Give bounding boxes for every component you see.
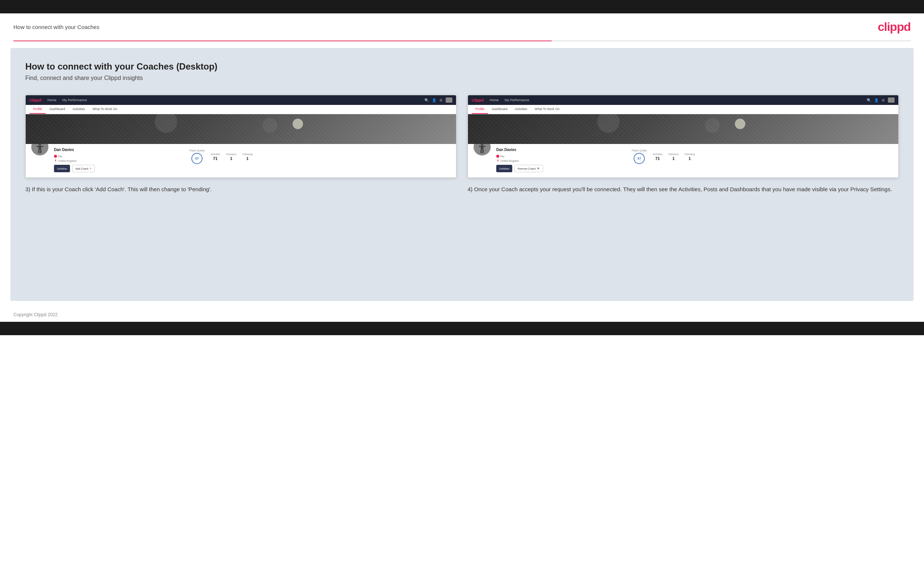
mock-pro-badge-left: Pro <box>54 155 62 158</box>
mock-nav-right: clippd Home My Performance 🔍 👤 ⚙ <box>468 95 898 105</box>
tab-profile-left[interactable]: Profile <box>29 105 46 114</box>
page-title: How to connect with your Coaches <box>13 24 99 30</box>
unfollow-button-right[interactable]: Unfollow <box>496 165 512 172</box>
section-subtitle: Find, connect and share your Clippd insi… <box>25 75 899 81</box>
main-content: How to connect with your Coaches (Deskto… <box>10 48 914 301</box>
activities-value-left: 71 <box>210 156 220 161</box>
banner-overlay-right <box>468 114 898 144</box>
mock-stat-following-right: Following 1 <box>685 153 695 161</box>
tab-whattowrkon-left[interactable]: What To Work On <box>89 105 121 114</box>
x-icon-right: ✕ <box>537 167 540 170</box>
user-icon-right: 👤 <box>874 98 879 102</box>
mock-tabs-left: Profile Dashboard Activities What To Wor… <box>26 105 456 114</box>
mock-screenshot-left: clippd Home My Performance 🔍 👤 ⚙ Profile… <box>25 95 456 178</box>
mock-player-name-left: Dan Davies <box>54 148 185 152</box>
mock-nav-home-left: Home <box>47 98 56 102</box>
activities-label-left: Activities <box>210 153 220 155</box>
mock-banner-left <box>26 114 456 144</box>
quality-circle-left: 97 <box>191 153 202 164</box>
tab-profile-right[interactable]: Profile <box>472 105 488 114</box>
mock-buttons-left: Unfollow Add Coach + <box>54 165 185 172</box>
mock-nav-left: clippd Home My Performance 🔍 👤 ⚙ <box>26 95 456 105</box>
quality-label-right: Player Quality <box>632 149 647 152</box>
avatar-icon-right <box>888 97 895 103</box>
copyright-text: Copyright Clippd 2022 <box>13 312 58 318</box>
tab-activities-right[interactable]: Activities <box>511 105 531 114</box>
header-divider <box>13 40 911 41</box>
tab-dashboard-left[interactable]: Dashboard <box>46 105 69 114</box>
followers-value-right: 1 <box>668 156 678 161</box>
settings-icon-right: ⚙ <box>882 98 885 102</box>
quality-circle-right: 97 <box>633 153 645 164</box>
top-bar <box>0 0 924 13</box>
mock-banner-right <box>468 114 898 144</box>
mock-stats-right: Player Quality 97 Activities 71 Follower… <box>632 149 894 164</box>
svg-rect-7 <box>479 146 485 147</box>
bottom-bar <box>0 322 924 335</box>
avatar-icon-left <box>446 97 452 103</box>
search-icon-right: 🔍 <box>867 98 871 102</box>
description-right: 4) Once your Coach accepts your request … <box>468 185 899 194</box>
mock-player-quality-right: Player Quality 97 <box>632 149 647 164</box>
plus-icon-left: + <box>90 167 92 170</box>
following-label-right: Following <box>685 153 695 155</box>
mock-nav-myperformance-left: My Performance <box>62 98 87 102</box>
pro-icon-left <box>54 155 57 158</box>
mock-nav-myperformance-right: My Performance <box>504 98 529 102</box>
mock-stat-activities-right: Activities 71 <box>653 153 662 161</box>
followers-label-left: Followers <box>226 153 236 155</box>
tab-whattowrkon-right[interactable]: What To Work On <box>531 105 563 114</box>
description-left: 3) If this is your Coach click 'Add Coac… <box>25 185 456 194</box>
banner-moon-left <box>292 119 303 129</box>
following-value-right: 1 <box>685 156 695 161</box>
pro-label-right: Pro <box>500 155 504 158</box>
pro-label-left: Pro <box>58 155 62 158</box>
mock-profile-info-right: Dan Davies Pro 📍 United Kingdom Unfollow… <box>496 148 627 172</box>
mock-location-left: 📍 United Kingdom <box>54 160 185 163</box>
settings-icon-left: ⚙ <box>439 98 443 102</box>
footer: Copyright Clippd 2022 <box>0 308 924 322</box>
mock-profile-info-left: Dan Davies Pro 📍 United Kingdom Unfollow… <box>54 148 185 172</box>
mock-buttons-right: Unfollow Remove Coach ✕ <box>496 165 627 172</box>
remove-coach-button-right[interactable]: Remove Coach ✕ <box>514 165 543 172</box>
svg-rect-4 <box>40 150 42 153</box>
quality-label-left: Player Quality <box>189 149 204 152</box>
following-label-left: Following <box>242 153 252 155</box>
section-title: How to connect with your Coaches (Deskto… <box>25 61 899 72</box>
pro-icon-right <box>496 155 499 158</box>
following-value-left: 1 <box>242 156 252 161</box>
mock-player-name-right: Dan Davies <box>496 148 627 152</box>
mock-nav-home-right: Home <box>489 98 499 102</box>
mock-stat-followers-left: Followers 1 <box>226 153 236 161</box>
mock-player-quality-left: Player Quality 97 <box>189 149 204 164</box>
svg-rect-2 <box>37 146 43 147</box>
banner-shape-2 <box>262 118 277 133</box>
two-column-layout: clippd Home My Performance 🔍 👤 ⚙ Profile… <box>25 95 899 194</box>
mock-logo-right: clippd <box>472 98 484 102</box>
svg-rect-8 <box>481 150 482 153</box>
mock-profile-row-right: Dan Davies Pro 📍 United Kingdom Unfollow… <box>468 144 898 177</box>
mock-stats-left: Player Quality 97 Activities 71 Follower… <box>189 149 452 164</box>
left-column: clippd Home My Performance 🔍 👤 ⚙ Profile… <box>25 95 456 194</box>
mock-tabs-right: Profile Dashboard Activities What To Wor… <box>468 105 898 114</box>
mock-stat-activities-left: Activities 71 <box>210 153 220 161</box>
banner-moon-right <box>735 119 745 129</box>
mock-location-right: 📍 United Kingdom <box>496 160 627 163</box>
mock-profile-row-left: Dan Davies Pro 📍 United Kingdom Unfollow… <box>26 144 456 177</box>
header: How to connect with your Coaches clippd <box>0 13 924 40</box>
banner-overlay-left <box>26 114 456 144</box>
clippd-logo: clippd <box>878 20 911 34</box>
right-column: clippd Home My Performance 🔍 👤 ⚙ Profile… <box>468 95 899 194</box>
tab-activities-left[interactable]: Activities <box>69 105 89 114</box>
search-icon-left: 🔍 <box>425 98 429 102</box>
mock-nav-icons-right: 🔍 👤 ⚙ <box>867 97 895 103</box>
svg-rect-3 <box>38 150 40 153</box>
mock-screenshot-right: clippd Home My Performance 🔍 👤 ⚙ Profile… <box>468 95 899 178</box>
tab-dashboard-right[interactable]: Dashboard <box>488 105 511 114</box>
mock-stat-followers-right: Followers 1 <box>668 153 678 161</box>
followers-label-right: Followers <box>668 153 678 155</box>
add-coach-button-left[interactable]: Add Coach + <box>72 165 95 172</box>
mock-nav-icons-left: 🔍 👤 ⚙ <box>425 97 452 103</box>
banner-shape-r2 <box>705 118 720 133</box>
unfollow-button-left[interactable]: Unfollow <box>54 165 70 172</box>
